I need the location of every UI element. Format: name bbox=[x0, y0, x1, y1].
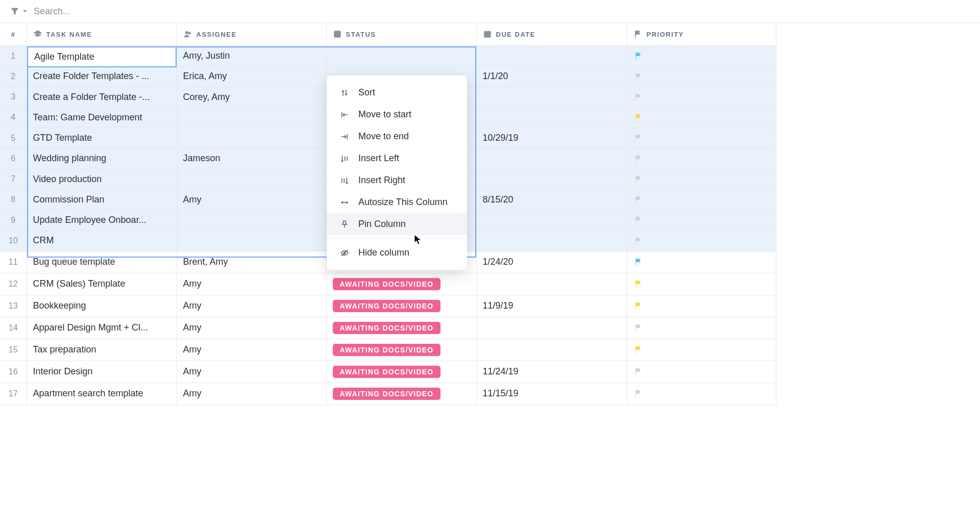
ctx-move-end[interactable]: Move to end bbox=[327, 125, 467, 147]
task-cell[interactable]: Update Employee Onboar... bbox=[27, 210, 177, 231]
priority-cell[interactable] bbox=[627, 169, 776, 189]
priority-cell[interactable] bbox=[627, 339, 776, 361]
due-cell[interactable] bbox=[476, 107, 627, 128]
due-cell[interactable] bbox=[476, 87, 627, 107]
task-cell[interactable]: Bug queue template bbox=[27, 251, 177, 273]
row-number[interactable]: 2 bbox=[0, 66, 27, 87]
due-cell[interactable] bbox=[476, 339, 627, 361]
row-number[interactable]: 12 bbox=[0, 273, 27, 295]
row-number[interactable]: 3 bbox=[0, 87, 27, 107]
assignee-cell[interactable]: Brent, Amy bbox=[177, 251, 326, 273]
row-number[interactable]: 5 bbox=[0, 128, 27, 148]
status-cell[interactable]: AWAITING DOCS/VIDEO bbox=[326, 295, 476, 317]
row-number[interactable]: 8 bbox=[0, 189, 27, 210]
assignee-cell[interactable]: Corey, Amy bbox=[177, 87, 326, 107]
col-header-status[interactable]: STATUS bbox=[326, 23, 476, 46]
row-number[interactable]: 7 bbox=[0, 169, 27, 189]
assignee-cell[interactable] bbox=[177, 169, 326, 189]
task-cell[interactable]: Team: Game Development bbox=[27, 107, 177, 128]
row-number[interactable]: 17 bbox=[0, 383, 27, 404]
task-cell[interactable]: Bookkeeping bbox=[27, 295, 177, 317]
assignee-cell[interactable]: Amy bbox=[177, 295, 326, 317]
due-cell[interactable] bbox=[476, 231, 627, 251]
row-number[interactable]: 16 bbox=[0, 361, 27, 383]
task-cell[interactable]: Create Folder Templates - ... bbox=[27, 66, 177, 87]
priority-cell[interactable] bbox=[627, 317, 776, 339]
col-header-number[interactable]: # bbox=[0, 23, 27, 46]
status-cell[interactable]: AWAITING DOCS/VIDEO bbox=[326, 339, 476, 361]
row-number[interactable]: 11 bbox=[0, 251, 27, 273]
assignee-cell[interactable] bbox=[177, 128, 326, 148]
filter-button[interactable] bbox=[10, 7, 28, 16]
due-cell[interactable]: 11/15/19 bbox=[476, 383, 627, 404]
priority-cell[interactable] bbox=[627, 383, 776, 404]
row-number[interactable]: 13 bbox=[0, 295, 27, 317]
task-cell[interactable]: Apparel Design Mgmt + Cl... bbox=[27, 317, 177, 339]
row-number[interactable]: 1 bbox=[0, 46, 27, 66]
row-number[interactable]: 15 bbox=[0, 339, 27, 361]
assignee-cell[interactable]: Amy, Justin bbox=[177, 46, 326, 66]
assignee-cell[interactable] bbox=[177, 210, 326, 231]
assignee-cell[interactable]: Amy bbox=[177, 339, 326, 361]
col-header-priority[interactable]: PRIORITY bbox=[627, 23, 776, 46]
status-cell[interactable] bbox=[326, 46, 476, 66]
assignee-cell[interactable]: Amy bbox=[177, 317, 326, 339]
assignee-cell[interactable]: Amy bbox=[177, 383, 326, 404]
task-cell[interactable]: Tax preparation bbox=[27, 339, 177, 361]
due-cell[interactable]: 8/15/20 bbox=[476, 189, 627, 210]
assignee-cell[interactable] bbox=[177, 107, 326, 128]
due-cell[interactable] bbox=[476, 169, 627, 189]
status-cell[interactable]: AWAITING DOCS/VIDEO bbox=[326, 361, 476, 383]
due-cell[interactable]: 10/29/19 bbox=[476, 128, 627, 148]
status-cell[interactable]: AWAITING DOCS/VIDEO bbox=[326, 273, 476, 295]
due-cell[interactable]: 11/24/19 bbox=[476, 361, 627, 383]
priority-cell[interactable] bbox=[627, 46, 776, 66]
task-cell[interactable]: Create a Folder Template -... bbox=[27, 87, 177, 107]
task-cell[interactable]: Agile Template bbox=[27, 46, 177, 66]
priority-cell[interactable] bbox=[627, 231, 776, 251]
due-cell[interactable]: 1/1/20 bbox=[476, 66, 627, 87]
due-cell[interactable]: 11/9/19 bbox=[476, 295, 627, 317]
priority-cell[interactable] bbox=[627, 295, 776, 317]
task-cell[interactable]: Interior Design bbox=[27, 361, 177, 383]
assignee-cell[interactable]: Erica, Amy bbox=[177, 66, 326, 87]
assignee-cell[interactable]: Jameson bbox=[177, 148, 326, 169]
due-cell[interactable] bbox=[476, 273, 627, 295]
priority-cell[interactable] bbox=[627, 251, 776, 273]
priority-cell[interactable] bbox=[627, 148, 776, 169]
col-header-assignee[interactable]: ASSIGNEE bbox=[177, 23, 326, 46]
assignee-cell[interactable]: Amy bbox=[177, 361, 326, 383]
assignee-cell[interactable]: Amy bbox=[177, 273, 326, 295]
task-cell[interactable]: Apartment search template bbox=[27, 383, 177, 404]
due-cell[interactable] bbox=[476, 148, 627, 169]
assignee-cell[interactable]: Amy bbox=[177, 189, 326, 210]
task-cell[interactable]: CRM (Sales) Template bbox=[27, 273, 177, 295]
col-header-due[interactable]: DUE DATE bbox=[476, 23, 627, 46]
task-cell[interactable]: CRM bbox=[27, 231, 177, 251]
ctx-sort[interactable]: Sort bbox=[327, 82, 467, 104]
due-cell[interactable] bbox=[476, 210, 627, 231]
assignee-cell[interactable] bbox=[177, 231, 326, 251]
status-cell[interactable]: AWAITING DOCS/VIDEO bbox=[326, 383, 476, 404]
priority-cell[interactable] bbox=[627, 128, 776, 148]
task-cell[interactable]: Wedding planning bbox=[27, 148, 177, 169]
task-cell[interactable]: GTD Template bbox=[27, 128, 177, 148]
due-cell[interactable]: 1/24/20 bbox=[476, 251, 627, 273]
priority-cell[interactable] bbox=[627, 189, 776, 210]
row-number[interactable]: 14 bbox=[0, 317, 27, 339]
task-cell[interactable]: Video production bbox=[27, 169, 177, 189]
row-number[interactable]: 9 bbox=[0, 210, 27, 231]
priority-cell[interactable] bbox=[627, 273, 776, 295]
ctx-pin[interactable]: Pin Column bbox=[327, 213, 467, 235]
ctx-autosize[interactable]: Autosize This Column bbox=[327, 191, 467, 213]
priority-cell[interactable] bbox=[627, 87, 776, 107]
col-header-task[interactable]: TASK NAME bbox=[27, 23, 177, 46]
status-cell[interactable]: AWAITING DOCS/VIDEO bbox=[326, 317, 476, 339]
due-cell[interactable] bbox=[476, 317, 627, 339]
priority-cell[interactable] bbox=[627, 107, 776, 128]
priority-cell[interactable] bbox=[627, 66, 776, 87]
priority-cell[interactable] bbox=[627, 210, 776, 231]
ctx-move-start[interactable]: Move to start bbox=[327, 104, 467, 125]
due-cell[interactable] bbox=[476, 46, 627, 66]
search-input[interactable] bbox=[34, 6, 187, 17]
